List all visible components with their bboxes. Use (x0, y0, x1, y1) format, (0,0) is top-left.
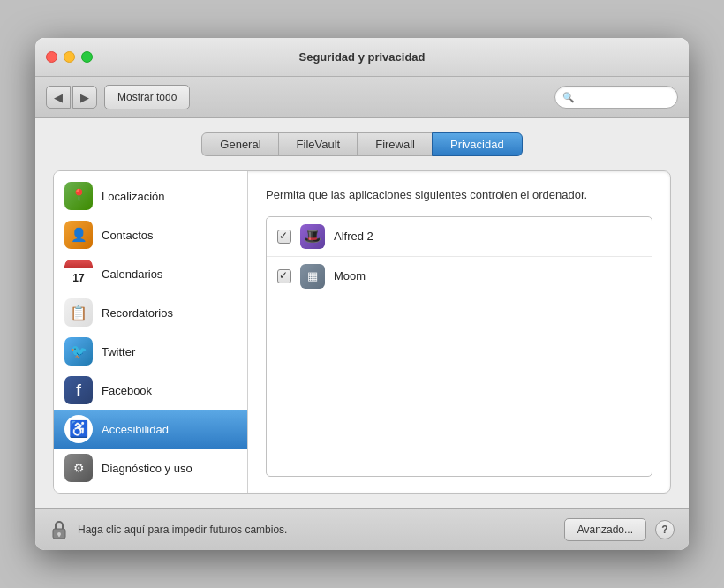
back-button[interactable]: ◀ (46, 86, 71, 109)
sidebar-label-diagnostico: Diagnóstico y uso (102, 462, 192, 475)
app-list: 🎩 Alfred 2 ▦ Moom (266, 216, 652, 478)
alfred-icon: 🎩 (300, 224, 325, 249)
avanzado-button[interactable]: Avanzado... (564, 518, 646, 541)
toolbar: ◀ ▶ Mostrar todo 🔍 (35, 77, 689, 119)
help-button[interactable]: ? (655, 520, 675, 539)
content-panel: 📍 Localización 👤 Contactos 17 (53, 170, 671, 494)
tab-firewall[interactable]: Firewall (357, 132, 434, 156)
close-button[interactable] (46, 51, 57, 63)
sidebar-label-localizacion: Localización (102, 190, 165, 203)
right-content: Permita que las aplicaciones siguientes … (248, 171, 670, 493)
search-icon: 🔍 (562, 92, 575, 103)
tabs: General FileVault Firewall Privacidad (53, 132, 671, 156)
accesibilidad-icon: ♿ (64, 415, 93, 443)
diagnostico-icon: ⚙ (64, 454, 93, 482)
alfred-checkbox[interactable] (277, 230, 291, 244)
search-input[interactable] (578, 91, 670, 103)
twitter-icon: 🐦 (64, 337, 93, 366)
main-content: General FileVault Firewall Privacidad 📍 … (35, 118, 689, 508)
window-title: Seguridad y privacidad (298, 50, 425, 64)
tab-general[interactable]: General (201, 132, 279, 156)
app-item-moom: ▦ Moom (267, 257, 652, 296)
traffic-lights (46, 51, 93, 63)
minimize-button[interactable] (64, 51, 75, 63)
localizacion-icon: 📍 (64, 182, 93, 210)
alfred-name: Alfred 2 (334, 230, 373, 243)
tab-filevault[interactable]: FileVault (278, 132, 359, 156)
sidebar-label-recordatorios: Recordatorios (102, 306, 173, 320)
sidebar-item-facebook[interactable]: f Facebook (54, 371, 247, 410)
title-bar: Seguridad y privacidad (35, 38, 689, 77)
sidebar-label-facebook: Facebook (102, 384, 152, 397)
sidebar-item-contactos[interactable]: 👤 Contactos (54, 215, 247, 254)
right-description: Permita que las aplicaciones siguientes … (266, 187, 652, 203)
sidebar-item-twitter[interactable]: 🐦 Twitter (54, 332, 247, 371)
sidebar-label-contactos: Contactos (102, 229, 154, 242)
sidebar-item-localizacion[interactable]: 📍 Localización (54, 177, 247, 215)
calendarios-icon: 17 (64, 260, 93, 288)
lock-description: Haga clic aquí para impedir futuros camb… (78, 524, 555, 536)
mostrar-todo-button[interactable]: Mostrar todo (104, 85, 190, 109)
moom-name: Moom (334, 269, 366, 283)
sidebar: 📍 Localización 👤 Contactos 17 (54, 171, 248, 493)
facebook-icon: f (64, 376, 93, 404)
nav-buttons: ◀ ▶ (46, 86, 97, 109)
sidebar-label-twitter: Twitter (102, 345, 135, 358)
forward-button[interactable]: ▶ (72, 86, 97, 109)
lock-icon[interactable] (49, 518, 69, 541)
main-window: Seguridad y privacidad ◀ ▶ Mostrar todo … (35, 38, 689, 550)
sidebar-item-recordatorios[interactable]: 📋 Recordatorios (54, 293, 247, 332)
bottom-bar: Haga clic aquí para impedir futuros camb… (35, 508, 689, 550)
sidebar-label-accesibilidad: Accesibilidad (102, 423, 169, 436)
maximize-button[interactable] (81, 51, 93, 63)
tab-privacidad[interactable]: Privacidad (432, 132, 523, 156)
sidebar-item-accesibilidad[interactable]: ♿ Accesibilidad (54, 410, 247, 449)
recordatorios-icon: 📋 (64, 298, 93, 327)
moom-icon: ▦ (300, 264, 325, 289)
sidebar-label-calendarios: Calendarios (102, 268, 162, 281)
app-item-alfred: 🎩 Alfred 2 (267, 217, 652, 257)
sidebar-item-calendarios[interactable]: 17 Calendarios (54, 254, 247, 293)
search-box: 🔍 (554, 86, 678, 109)
contactos-icon: 👤 (64, 221, 93, 249)
sidebar-item-diagnostico[interactable]: ⚙ Diagnóstico y uso (54, 449, 247, 487)
moom-checkbox[interactable] (277, 269, 291, 283)
